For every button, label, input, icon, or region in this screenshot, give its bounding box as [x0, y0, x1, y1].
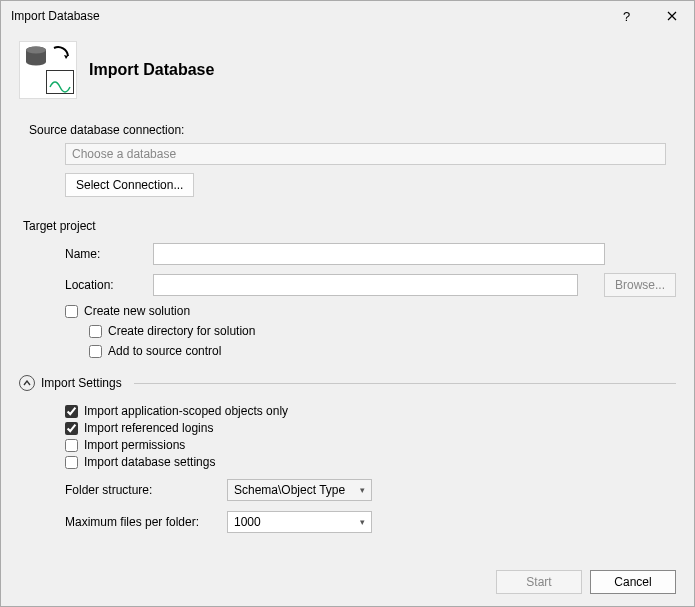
close-button[interactable] — [649, 1, 694, 31]
chevron-up-icon — [19, 375, 35, 391]
source-database-display: Choose a database — [65, 143, 666, 165]
location-input[interactable] — [153, 274, 578, 296]
help-button[interactable]: ? — [604, 1, 649, 31]
folder-structure-label: Folder structure: — [65, 483, 215, 497]
permissions-label: Import permissions — [84, 438, 185, 452]
location-label: Location: — [65, 278, 145, 292]
import-settings-header[interactable]: Import Settings — [19, 375, 676, 391]
app-scoped-label: Import application-scoped objects only — [84, 404, 288, 418]
dialog-footer: Start Cancel — [19, 554, 676, 594]
import-database-icon — [19, 41, 77, 99]
target-section-label: Target project — [23, 219, 676, 233]
ref-logins-label: Import referenced logins — [84, 421, 213, 435]
ref-logins-checkbox[interactable] — [65, 422, 78, 435]
import-settings-label: Import Settings — [41, 376, 122, 390]
select-connection-button[interactable]: Select Connection... — [65, 173, 194, 197]
max-files-value: 1000 — [234, 515, 261, 529]
dialog-header: Import Database — [19, 41, 676, 99]
max-files-dropdown[interactable]: 1000 ▾ — [227, 511, 372, 533]
svg-point-1 — [26, 47, 46, 54]
folder-structure-value: Schema\Object Type — [234, 483, 345, 497]
browse-button[interactable]: Browse... — [604, 273, 676, 297]
max-files-label: Maximum files per folder: — [65, 515, 215, 529]
name-label: Name: — [65, 247, 145, 261]
dialog-title: Import Database — [89, 61, 214, 79]
separator — [134, 383, 676, 384]
source-database-placeholder: Choose a database — [72, 147, 176, 161]
chevron-down-icon: ▾ — [360, 517, 365, 527]
add-source-control-label: Add to source control — [108, 344, 221, 358]
source-section-label: Source database connection: — [29, 123, 676, 137]
chevron-down-icon: ▾ — [360, 485, 365, 495]
start-button[interactable]: Start — [496, 570, 582, 594]
window-title: Import Database — [11, 9, 100, 23]
create-directory-checkbox[interactable] — [89, 325, 102, 338]
add-source-control-checkbox[interactable] — [89, 345, 102, 358]
titlebar: Import Database ? — [1, 1, 694, 31]
close-icon — [667, 11, 677, 21]
dialog-content: Import Database Source database connecti… — [1, 31, 694, 606]
app-scoped-checkbox[interactable] — [65, 405, 78, 418]
folder-structure-dropdown[interactable]: Schema\Object Type ▾ — [227, 479, 372, 501]
permissions-checkbox[interactable] — [65, 439, 78, 452]
cancel-button[interactable]: Cancel — [590, 570, 676, 594]
create-directory-label: Create directory for solution — [108, 324, 255, 338]
name-input[interactable] — [153, 243, 605, 265]
db-settings-label: Import database settings — [84, 455, 215, 469]
create-solution-label: Create new solution — [84, 304, 190, 318]
create-solution-checkbox[interactable] — [65, 305, 78, 318]
db-settings-checkbox[interactable] — [65, 456, 78, 469]
